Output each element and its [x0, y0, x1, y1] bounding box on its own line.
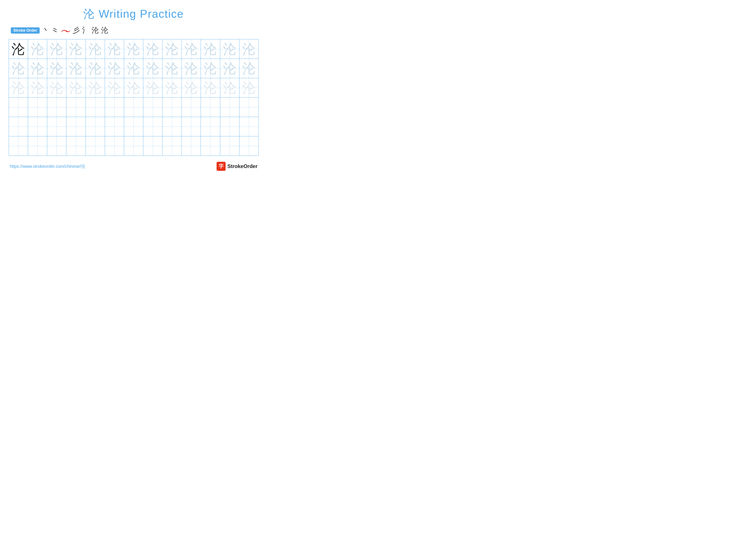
- grid-cell[interactable]: [86, 136, 105, 156]
- grid-row: 沦 沦 沦 沦 沦 沦 沦 沦 沦 沦 沦 沦 沦: [9, 78, 258, 98]
- grid-cell[interactable]: [28, 136, 47, 156]
- grid-cell[interactable]: [143, 136, 162, 156]
- stroke-1: 丶: [42, 25, 50, 35]
- grid-cell[interactable]: [220, 136, 239, 156]
- grid-cell[interactable]: [239, 117, 258, 136]
- practice-char: 沦: [204, 61, 217, 76]
- grid-cell[interactable]: 沦: [201, 78, 220, 98]
- grid-cell[interactable]: [9, 98, 28, 117]
- grid-cell[interactable]: 沦: [143, 78, 162, 98]
- practice-char: 沦: [50, 61, 63, 76]
- grid-cell[interactable]: 沦: [28, 39, 47, 59]
- grid-cell[interactable]: 沦: [28, 59, 47, 78]
- practice-char: 沦: [12, 42, 25, 57]
- grid-cell[interactable]: [124, 98, 143, 117]
- grid-cell[interactable]: 沦: [86, 59, 105, 78]
- grid-cell[interactable]: [47, 136, 67, 156]
- grid-cell[interactable]: [220, 117, 239, 136]
- practice-char: 沦: [223, 81, 236, 95]
- grid-cell[interactable]: [182, 117, 201, 136]
- grid-cell[interactable]: [182, 98, 201, 117]
- grid-cell[interactable]: 沦: [67, 78, 86, 98]
- logo-icon: 字: [217, 162, 226, 171]
- grid-cell[interactable]: [143, 117, 162, 136]
- grid-cell[interactable]: [105, 136, 124, 156]
- grid-cell[interactable]: 沦: [162, 39, 182, 59]
- practice-char: 沦: [50, 81, 63, 95]
- grid-cell[interactable]: [9, 136, 28, 156]
- grid-cell[interactable]: 沦: [28, 78, 47, 98]
- grid-cell[interactable]: 沦: [220, 59, 239, 78]
- grid-cell[interactable]: 沦: [105, 78, 124, 98]
- grid-cell[interactable]: [86, 98, 105, 117]
- grid-cell[interactable]: [201, 117, 220, 136]
- grid-cell[interactable]: [239, 136, 258, 156]
- grid-cell[interactable]: 沦: [9, 59, 28, 78]
- grid-cell[interactable]: [124, 136, 143, 156]
- grid-cell[interactable]: [67, 136, 86, 156]
- stroke-order-badge: Stroke Order: [11, 27, 40, 34]
- grid-cell[interactable]: [47, 98, 67, 117]
- grid-cell[interactable]: 沦: [143, 39, 162, 59]
- grid-cell[interactable]: 沦: [239, 78, 258, 98]
- grid-cell[interactable]: 沦: [162, 59, 182, 78]
- grid-cell[interactable]: 沦: [67, 59, 86, 78]
- practice-char: 沦: [127, 81, 140, 95]
- grid-cell[interactable]: 沦: [124, 59, 143, 78]
- grid-cell[interactable]: [162, 117, 182, 136]
- grid-cell[interactable]: [28, 117, 47, 136]
- practice-char: 沦: [184, 61, 198, 76]
- grid-cell[interactable]: 沦: [201, 39, 220, 59]
- grid-cell[interactable]: 沦: [9, 78, 28, 98]
- grid-cell[interactable]: 沦: [124, 78, 143, 98]
- grid-cell[interactable]: 沦: [239, 59, 258, 78]
- grid-cell[interactable]: 沦: [47, 78, 67, 98]
- grid-cell[interactable]: 沦: [86, 78, 105, 98]
- practice-char: 沦: [184, 81, 198, 95]
- stroke-6: 沦: [92, 25, 99, 35]
- grid-cell[interactable]: [201, 98, 220, 117]
- grid-cell[interactable]: 沦: [162, 78, 182, 98]
- grid-cell[interactable]: [105, 98, 124, 117]
- grid-row: 沦 沦 沦 沦 沦 沦 沦 沦 沦 沦 沦 沦 沦: [9, 59, 258, 78]
- grid-cell[interactable]: 沦: [9, 39, 28, 59]
- grid-cell[interactable]: 沦: [47, 59, 67, 78]
- grid-cell[interactable]: 沦: [105, 39, 124, 59]
- grid-row: 沦 沦 沦 沦 沦 沦 沦 沦 沦 沦 沦 沦 沦: [9, 39, 258, 59]
- grid-cell[interactable]: [9, 117, 28, 136]
- practice-char: 沦: [31, 61, 44, 76]
- grid-cell[interactable]: [28, 98, 47, 117]
- grid-cell[interactable]: 沦: [67, 39, 86, 59]
- grid-cell[interactable]: [162, 136, 182, 156]
- practice-char: 沦: [108, 42, 121, 57]
- grid-cell[interactable]: [201, 136, 220, 156]
- grid-cell[interactable]: 沦: [182, 39, 201, 59]
- grid-cell[interactable]: 沦: [220, 78, 239, 98]
- grid-cell[interactable]: 沦: [47, 39, 67, 59]
- grid-cell[interactable]: 沦: [124, 39, 143, 59]
- grid-cell[interactable]: [124, 117, 143, 136]
- footer-url[interactable]: https://www.strokeorder.com/chinese/沦: [10, 164, 85, 169]
- grid-cell[interactable]: [105, 117, 124, 136]
- practice-char: 沦: [69, 61, 83, 76]
- grid-cell[interactable]: 沦: [105, 59, 124, 78]
- grid-cell[interactable]: [67, 98, 86, 117]
- grid-cell[interactable]: [143, 98, 162, 117]
- grid-cell[interactable]: 沦: [143, 59, 162, 78]
- grid-row: [9, 117, 258, 136]
- grid-cell[interactable]: [220, 98, 239, 117]
- grid-cell[interactable]: 沦: [239, 39, 258, 59]
- grid-cell[interactable]: [47, 117, 67, 136]
- grid-cell[interactable]: 沦: [220, 39, 239, 59]
- grid-cell[interactable]: [239, 98, 258, 117]
- grid-cell[interactable]: [162, 98, 182, 117]
- practice-char: 沦: [146, 61, 159, 76]
- grid-cell[interactable]: 沦: [182, 78, 201, 98]
- grid-cell[interactable]: [86, 117, 105, 136]
- practice-char: 沦: [242, 42, 256, 57]
- grid-cell[interactable]: 沦: [182, 59, 201, 78]
- grid-cell[interactable]: [182, 136, 201, 156]
- grid-cell[interactable]: 沦: [201, 59, 220, 78]
- grid-cell[interactable]: [67, 117, 86, 136]
- grid-cell[interactable]: 沦: [86, 39, 105, 59]
